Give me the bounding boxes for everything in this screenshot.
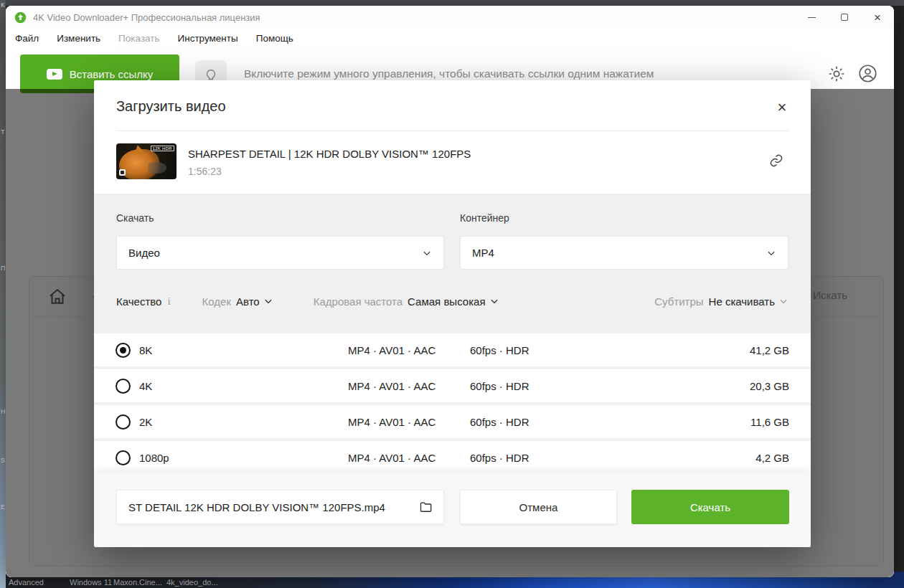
quality-option-label: 2K xyxy=(139,416,152,428)
framerate-dropdown[interactable]: Самая высокая xyxy=(408,295,485,308)
minimize-button[interactable] xyxy=(795,6,828,29)
download-type-select[interactable]: Видео xyxy=(116,236,444,270)
dialog-title: Загрузить видео xyxy=(116,98,226,115)
taskbar-app-label[interactable]: Windows 11 xyxy=(70,578,112,587)
close-icon: × xyxy=(874,11,881,24)
subtitles-label: Субтитры xyxy=(654,295,703,308)
quality-option-row[interactable]: 4K MP4 · AV01 · AAC 60fps · HDR 20,3 GB xyxy=(94,369,811,402)
download-type-value: Видео xyxy=(128,247,160,259)
chevron-down-icon[interactable] xyxy=(263,296,273,306)
filter-row: Качество i Кодек Авто Кадровая частота С… xyxy=(116,293,788,310)
menu-item[interactable]: Файл xyxy=(15,33,39,44)
quality-option-fps: 60fps · HDR xyxy=(470,452,755,464)
chevron-down-icon[interactable] xyxy=(778,296,788,306)
chevron-down-icon[interactable] xyxy=(489,296,499,306)
quality-option-label: 4K xyxy=(139,380,152,392)
close-icon: × xyxy=(778,98,787,117)
desktop-icon-label-fragment: Т xyxy=(1,128,5,136)
menu-item[interactable]: Инструменты xyxy=(178,33,238,44)
subtitles-dropdown[interactable]: Не скачивать xyxy=(709,295,775,308)
chevron-down-icon xyxy=(766,248,776,258)
quality-option-format: MP4 · AV01 · AAC xyxy=(348,380,470,392)
info-icon[interactable]: i xyxy=(167,295,170,308)
desktop-icon-label-fragment: Н xyxy=(1,408,6,415)
quality-options-list: 8K MP4 · AV01 · AAC 60fps · HDR 41,2 GB … xyxy=(94,333,811,472)
menu-item[interactable]: Помощь xyxy=(256,33,293,44)
codec-dropdown[interactable]: Авто xyxy=(236,295,260,308)
quality-option-row[interactable]: 1080p MP4 · AV01 · AAC 60fps · HDR 4,2 G… xyxy=(94,441,811,472)
menubar: Файл Изменить Показать Инструменты Помощ… xyxy=(6,29,894,47)
desktop-icon-label-fragment: П xyxy=(1,265,5,272)
quality-option-row[interactable]: 8K MP4 · AV01 · AAC 60fps · HDR 41,2 GB xyxy=(94,333,811,366)
quality-option-size: 11,6 GB xyxy=(750,416,789,428)
settings-button[interactable] xyxy=(827,65,846,83)
desktop-icon-label-fragment: S xyxy=(1,457,5,464)
thumbnail-logo-icon xyxy=(119,169,126,176)
quality-option-format: MP4 · AV01 · AAC xyxy=(348,344,470,356)
quality-option-size: 20,3 GB xyxy=(750,380,789,392)
app-window: 4K Video Downloader+ Профессиональная ли… xyxy=(6,6,894,577)
account-button[interactable] xyxy=(858,64,877,83)
download-button[interactable]: Скачать xyxy=(631,490,789,524)
desktop-top-strip xyxy=(0,0,904,6)
app-logo-icon xyxy=(14,11,27,24)
container-value: MP4 xyxy=(472,247,494,259)
copy-link-button[interactable] xyxy=(769,153,783,168)
quality-radio[interactable] xyxy=(116,379,131,394)
dialog-close-button[interactable]: × xyxy=(772,98,792,118)
maximize-button[interactable] xyxy=(828,6,861,29)
container-select[interactable]: MP4 xyxy=(460,236,788,270)
quality-radio[interactable] xyxy=(116,414,131,430)
window-controls: × xyxy=(795,6,894,29)
folder-icon[interactable] xyxy=(419,500,433,514)
taskbar-app-label[interactable]: Maxon.Cine... xyxy=(113,578,162,587)
download-video-dialog: Загрузить видео × 12K HDR SHARPEST DETAI… xyxy=(94,80,811,547)
framerate-label: Кадровая частота xyxy=(314,295,402,308)
cancel-button[interactable]: Отмена xyxy=(460,490,617,524)
window-title: 4K Video Downloader+ Профессиональная ли… xyxy=(33,12,260,23)
header-divider xyxy=(116,131,788,131)
quality-label: Качество xyxy=(116,295,161,308)
paste-link-label: Вставить ссылку xyxy=(70,68,154,80)
filename-value: ST DETAIL 12K HDR DOLBY VISION™ 120FPS.m… xyxy=(128,501,385,513)
video-play-icon xyxy=(47,69,62,80)
desktop-icon-label-fragment: Е xyxy=(1,503,5,511)
quality-option-size: 41,2 GB xyxy=(750,344,789,356)
close-button[interactable]: × xyxy=(861,6,894,29)
dialog-footer: ST DETAIL 12K HDR DOLBY VISION™ 120FPS.m… xyxy=(94,472,811,547)
quality-radio[interactable] xyxy=(116,343,131,358)
taskbar-app-label[interactable]: Advanced xyxy=(9,578,44,587)
quality-option-label: 1080p xyxy=(139,452,169,464)
chain-link-icon xyxy=(769,153,783,168)
container-label: Контейнер xyxy=(460,212,509,224)
video-title: SHARPEST DETAIL | 12K HDR DOLBY VISION™ … xyxy=(188,148,471,160)
user-icon xyxy=(858,64,877,83)
video-thumbnail: 12K HDR xyxy=(116,143,176,179)
minimize-icon xyxy=(808,17,816,18)
smart-mode-hint: Включите режим умного управления, чтобы … xyxy=(244,67,654,80)
quality-option-size: 4,2 GB xyxy=(755,452,789,464)
taskbar-app-label[interactable]: 4k_video_do... xyxy=(166,578,218,587)
quality-option-format: MP4 · AV01 · AAC xyxy=(348,452,470,464)
dialog-body: Скачать Контейнер Видео MP4 Качество xyxy=(94,194,811,472)
quality-radio[interactable] xyxy=(116,450,131,465)
quality-option-label: 8K xyxy=(139,344,152,356)
desktop-icon-label-fragment: К xyxy=(1,1,4,9)
screen: Advanced Windows 11 Maxon.Cine... 4k_vid… xyxy=(0,0,904,588)
quality-option-fps: 60fps · HDR xyxy=(470,416,750,428)
codec-label: Кодек xyxy=(202,295,231,308)
download-type-label: Скачать xyxy=(116,212,154,224)
maximize-icon xyxy=(841,14,848,21)
titlebar: 4K Video Downloader+ Профессиональная ли… xyxy=(6,6,894,29)
desktop-right-strip xyxy=(894,0,904,588)
quality-option-row[interactable]: 2K MP4 · AV01 · AAC 60fps · HDR 11,6 GB xyxy=(94,405,811,438)
desktop-left-strip: К Т П Н S Е xyxy=(0,0,6,588)
menu-item[interactable]: Изменить xyxy=(57,33,100,44)
filename-field[interactable]: ST DETAIL 12K HDR DOLBY VISION™ 120FPS.m… xyxy=(116,490,444,524)
menu-item[interactable]: Показать xyxy=(118,33,159,44)
video-duration: 1:56:23 xyxy=(188,166,222,177)
thumbnail-badge: 12K HDR xyxy=(151,146,174,151)
quality-option-fps: 60fps · HDR xyxy=(470,380,750,392)
dialog-header: Загрузить видео × 12K HDR SHARPEST DETAI… xyxy=(94,80,811,194)
chevron-down-icon xyxy=(422,248,432,258)
